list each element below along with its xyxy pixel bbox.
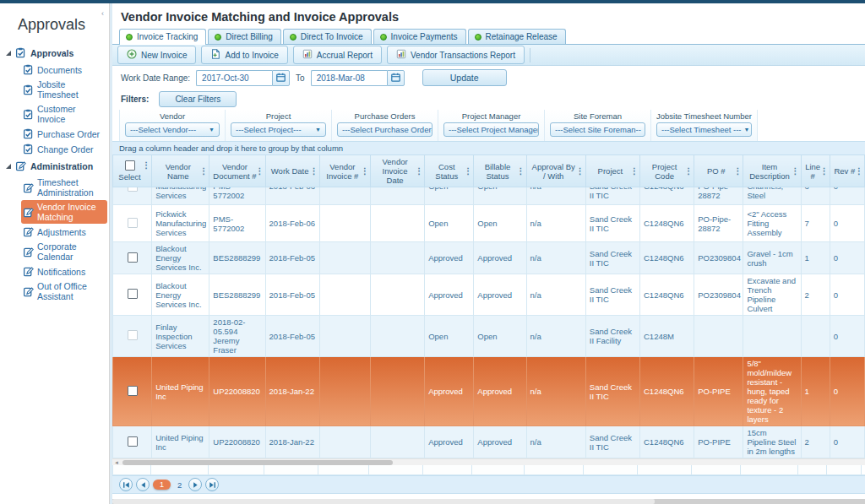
cell-approval: n/a xyxy=(526,205,585,242)
column-header-project-code[interactable]: Project Code⋮ xyxy=(640,155,694,187)
cell-value: Sand Creek II TIC xyxy=(590,433,632,452)
kebab-menu-icon[interactable]: ⋮ xyxy=(142,161,150,170)
next-page-icon[interactable] xyxy=(188,478,202,491)
column-header-work-date[interactable]: Work Date⋮ xyxy=(265,155,319,187)
sidebar-item-notifications[interactable]: Notifications xyxy=(21,264,107,279)
sidebar-item-adjustments[interactable]: Adjustments xyxy=(21,225,107,239)
sidebar-item-corporate-calendar[interactable]: Corporate Calendar xyxy=(21,240,107,263)
tab-invoice-tracking[interactable]: Invoice Tracking xyxy=(119,29,206,45)
main-panel: Vendor Invoice Matching and Invoice Appr… xyxy=(110,3,865,504)
invoice-row[interactable]: Blackout Energy Services Inc.BES28882992… xyxy=(113,274,865,316)
column-header-vendor-invoice-[interactable]: Vendor Invoice #⋮ xyxy=(319,155,370,187)
scroll-left-icon[interactable]: ◄ xyxy=(114,459,119,466)
cell-value: PMS-5772002 xyxy=(213,187,261,201)
row-checkbox[interactable] xyxy=(128,386,138,396)
kebab-menu-icon[interactable]: ⋮ xyxy=(415,167,423,176)
invoice-row[interactable]: United Piping IncUP220088202018-Jan-22Ap… xyxy=(113,426,865,458)
cell-invoice_date xyxy=(370,274,424,316)
invoice-row[interactable]: Manufacturing ServicesPMS-57720022018-Fe… xyxy=(113,187,865,205)
column-header-vendor-invoice-date[interactable]: Vendor Invoice Date⋮ xyxy=(370,155,424,187)
column-header-line-[interactable]: Line #⋮ xyxy=(801,155,830,187)
tree-expand-icon[interactable] xyxy=(6,51,11,56)
scrollbar-thumb[interactable] xyxy=(122,460,393,465)
last-page-icon[interactable] xyxy=(205,478,219,491)
accrual-report-button[interactable]: Accrual Report xyxy=(293,46,382,64)
tab-direct-billing[interactable]: Direct Billing xyxy=(208,29,281,44)
tab-direct-to-invoice[interactable]: Direct To Invoice xyxy=(283,29,372,44)
column-header-approval-by-with[interactable]: Approval By / With⋮ xyxy=(526,155,585,187)
column-header-select[interactable]: Select⋮ xyxy=(113,155,152,187)
update-button[interactable]: Update xyxy=(422,69,507,86)
grid-horizontal-scrollbar[interactable]: ◄ xyxy=(112,458,865,465)
row-checkbox[interactable] xyxy=(128,218,138,228)
sidebar-item-out-of-office-assistant[interactable]: Out of Office Assistant xyxy=(21,279,107,303)
row-checkbox[interactable] xyxy=(128,436,138,447)
work-date-to-input[interactable]: 2018-Mar-08 xyxy=(311,70,387,86)
sidebar-collapse-icon[interactable]: ‹ xyxy=(101,9,104,18)
invoice-row[interactable]: Blackout Energy Services Inc.BES28882992… xyxy=(113,242,865,274)
kebab-menu-icon[interactable]: ⋮ xyxy=(199,167,208,176)
column-header-cost-status[interactable]: Cost Status⋮ xyxy=(425,155,474,187)
site-foreman-dropdown[interactable]: ---Select Site Foreman--▼ xyxy=(550,122,645,137)
calendar-icon[interactable] xyxy=(387,70,405,86)
kebab-menu-icon[interactable]: ⋮ xyxy=(684,167,693,176)
kebab-menu-icon[interactable]: ⋮ xyxy=(361,167,369,176)
tab-retainage-release[interactable]: Retainage Release xyxy=(468,29,566,44)
tab-invoice-payments[interactable]: Invoice Payments xyxy=(373,29,466,44)
column-header-vendor-document-[interactable]: Vendor Document #⋮ xyxy=(209,155,265,187)
sidebar-item-purchase-order[interactable]: Purchase Order xyxy=(21,127,107,141)
work-date-from-input[interactable]: 2017-Oct-30 xyxy=(196,70,272,86)
row-checkbox[interactable] xyxy=(128,289,138,299)
sidebar-item-change-order[interactable]: Change Order xyxy=(21,142,107,156)
sidebar-item-timesheet-administration[interactable]: Timesheet Administration xyxy=(21,176,107,199)
calendar-icon[interactable] xyxy=(272,70,290,86)
window-horizontal-scrollbar[interactable] xyxy=(112,499,865,504)
column-header-po-[interactable]: PO #⋮ xyxy=(694,155,743,187)
cell-code: C1248QN6 xyxy=(640,357,694,426)
sidebar-item-customer-invoice[interactable]: Customer Invoice xyxy=(21,102,107,126)
purchase-orders-dropdown[interactable]: ---Select Purchase Order---▼ xyxy=(337,122,432,137)
row-checkbox[interactable] xyxy=(128,330,138,340)
sidebar-group-approvals[interactable]: Approvals xyxy=(0,44,109,62)
project-dropdown[interactable]: ---Select Project---▼ xyxy=(231,122,326,137)
group-by-drop-zone[interactable]: Drag a column header and drop it here to… xyxy=(112,141,865,155)
kebab-menu-icon[interactable]: ⋮ xyxy=(792,167,800,176)
kebab-menu-icon[interactable]: ⋮ xyxy=(517,167,525,176)
add-to-invoice-button[interactable]: Add to Invoice xyxy=(201,46,287,64)
scrollbar-thumb[interactable] xyxy=(112,499,655,504)
vendor-dropdown[interactable]: ---Select Vendor---▼ xyxy=(125,122,220,137)
column-header-item-description[interactable]: Item Description⋮ xyxy=(743,155,801,187)
sidebar-item-vendor-invoice-matching[interactable]: Vendor Invoice Matching xyxy=(21,200,107,224)
first-page-icon[interactable] xyxy=(119,478,133,491)
clear-filters-button[interactable]: Clear Filters xyxy=(159,91,237,107)
kebab-menu-icon[interactable]: ⋮ xyxy=(630,167,639,176)
kebab-menu-icon[interactable]: ⋮ xyxy=(820,167,829,176)
row-checkbox[interactable] xyxy=(128,187,138,192)
kebab-menu-icon[interactable]: ⋮ xyxy=(855,167,863,176)
new-invoice-button[interactable]: New Invoice xyxy=(117,46,196,64)
jobsite-timesheet-number-dropdown[interactable]: ---Select Timesheet ---▼ xyxy=(656,122,752,137)
kebab-menu-icon[interactable]: ⋮ xyxy=(733,167,742,176)
kebab-menu-icon[interactable]: ⋮ xyxy=(464,167,472,176)
select-all-checkbox[interactable] xyxy=(125,160,135,171)
kebab-menu-icon[interactable]: ⋮ xyxy=(310,167,318,176)
previous-page-icon[interactable] xyxy=(136,478,150,491)
vendor-transactions-report-button[interactable]: Vendor Transactions Report xyxy=(387,46,525,64)
tree-expand-icon[interactable] xyxy=(6,164,11,169)
sidebar-item-jobsite-timesheet[interactable]: Jobsite Timesheet xyxy=(21,78,107,101)
invoice-row[interactable]: Finlay Inspection Services2018-02-05.594… xyxy=(113,316,865,357)
column-header-vendor-name[interactable]: Vendor Name⋮ xyxy=(152,155,209,187)
sidebar-item-documents[interactable]: Documents xyxy=(21,62,107,77)
project-manager-dropdown[interactable]: ---Select Project Manager---▼ xyxy=(443,122,539,137)
invoice-row[interactable]: United Piping IncUP220088202018-Jan-22Ap… xyxy=(113,357,865,426)
row-checkbox[interactable] xyxy=(128,252,138,263)
sidebar-group-administration[interactable]: Administration xyxy=(0,157,109,175)
invoice-row[interactable]: Pickwick Manufacturing ServicesPMS-57720… xyxy=(113,205,865,242)
kebab-menu-icon[interactable]: ⋮ xyxy=(256,167,264,176)
current-page-badge[interactable]: 1 xyxy=(153,480,171,490)
page-2-link[interactable]: 2 xyxy=(174,480,185,490)
column-header-project[interactable]: Project⋮ xyxy=(585,155,639,187)
column-header-billable-status[interactable]: Billable Status⋮ xyxy=(474,155,526,187)
column-header-rev-[interactable]: Rev #⋮ xyxy=(830,155,864,187)
kebab-menu-icon[interactable]: ⋮ xyxy=(576,167,585,176)
